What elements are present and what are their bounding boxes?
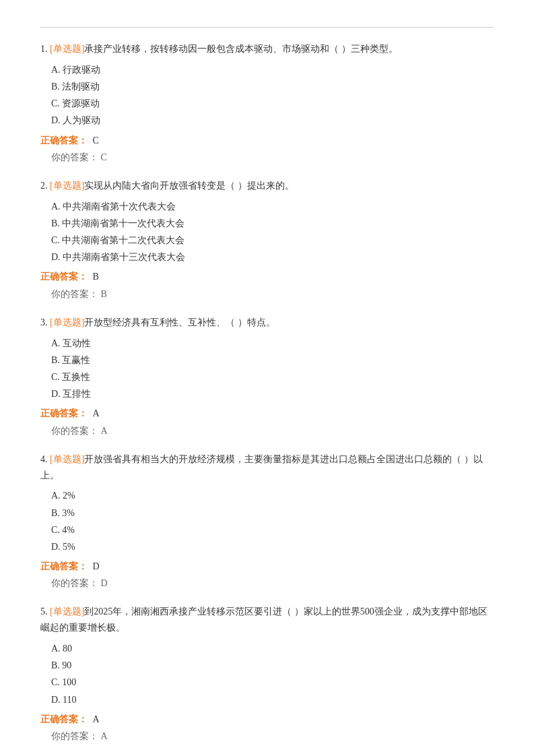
option-1-A: A. 行政驱动 [51,61,494,78]
question-body-2: 实现从内陆大省向开放强省转变是（ ）提出来的。 [84,181,294,191]
option-2-A: A. 中共湖南省第十次代表大会 [51,198,494,215]
option-4-D: D. 5% [51,538,494,555]
option-4-C: C. 4% [51,522,494,538]
question-block-4: 4. [单选题]开放强省具有相当大的开放经济规模，主要衡量指标是其进出口总额占全… [40,451,494,592]
question-block-1: 1. [单选题]承接产业转移，按转移动因一般包含成本驱动、市场驱动和（ ）三种类… [40,41,494,166]
option-3-D: D. 互排性 [51,385,494,402]
question-body-4: 开放强省具有相当大的开放经济规模，主要衡量指标是其进出口总额占全国进出口总额的（… [40,454,483,480]
questions-container: 1. [单选题]承接产业转移，按转移动因一般包含成本驱动、市场驱动和（ ）三种类… [40,41,494,756]
your-answer-3: 你的答案： A [51,422,494,439]
option-3-B: B. 互赢性 [51,352,494,369]
question-block-3: 3. [单选题]开放型经济具有互利性、互补性、（ ）特点。A. 互动性B. 互赢… [40,315,494,439]
correct-value-2: B [90,272,99,282]
correct-value-3: A [90,408,100,418]
question-number-3: 3. [40,317,50,327]
option-1-C: C. 资源驱动 [51,95,494,112]
question-tag-2: [单选题] [50,181,84,191]
option-5-D: D. 110 [51,691,494,708]
your-answer-4: 你的答案： D [51,575,494,592]
correct-label-1: 正确答案： [40,135,88,146]
option-1-B: B. 法制驱动 [51,78,494,95]
your-answer-2: 你的答案： B [51,286,494,303]
question-text-2: 2. [单选题]实现从内陆大省向开放强省转变是（ ）提出来的。 [40,178,494,194]
option-5-A: A. 80 [51,640,494,657]
question-block-2: 2. [单选题]实现从内陆大省向开放强省转变是（ ）提出来的。A. 中共湖南省第… [40,178,494,303]
option-2-B: B. 中共湖南省第十一次代表大会 [51,215,494,232]
option-3-A: A. 互动性 [51,335,494,352]
option-2-D: D. 中共湖南省第十三次代表大会 [51,249,494,265]
correct-value-5: A [90,714,100,724]
question-number-4: 4. [40,454,50,464]
option-1-D: D. 人为驱动 [51,112,494,129]
question-text-4: 4. [单选题]开放强省具有相当大的开放经济规模，主要衡量指标是其进出口总额占全… [40,451,494,484]
your-answer-5: 你的答案： A [51,728,494,745]
correct-answer-2: 正确答案： B [40,268,494,285]
question-tag-1: [单选题] [50,44,84,54]
question-body-1: 承接产业转移，按转移动因一般包含成本驱动、市场驱动和（ ）三种类型。 [84,44,398,54]
option-5-C: C. 100 [51,674,494,691]
question-text-3: 3. [单选题]开放型经济具有互利性、互补性、（ ）特点。 [40,315,494,331]
correct-answer-5: 正确答案： A [40,711,494,728]
question-block-5: 5. [单选题]到2025年，湘南湘西承接产业转移示范区要引进（ ）家以上的世界… [40,604,494,745]
question-number-2: 2. [40,181,50,191]
question-tag-5: [单选题] [50,606,84,617]
correct-answer-4: 正确答案： D [40,558,494,575]
option-2-C: C. 中共湖南省第十二次代表大会 [51,232,494,249]
correct-value-4: D [90,561,100,571]
correct-value-1: C [90,135,99,146]
question-text-1: 1. [单选题]承接产业转移，按转移动因一般包含成本驱动、市场驱动和（ ）三种类… [40,41,494,57]
your-answer-1: 你的答案： C [51,149,494,166]
option-4-B: B. 3% [51,505,494,522]
question-tag-4: [单选题] [50,454,84,464]
correct-label-3: 正确答案： [40,408,88,418]
question-text-5: 5. [单选题]到2025年，湘南湘西承接产业转移示范区要引进（ ）家以上的世界… [40,604,494,636]
question-tag-3: [单选题] [50,317,84,327]
question-body-5: 到2025年，湘南湘西承接产业转移示范区要引进（ ）家以上的世界500强企业，成… [40,606,488,633]
correct-label-2: 正确答案： [40,272,88,282]
option-3-C: C. 互换性 [51,369,494,385]
correct-label-4: 正确答案： [40,561,88,571]
correct-label-5: 正确答案： [40,714,88,724]
correct-answer-3: 正确答案： A [40,405,494,422]
option-4-A: A. 2% [51,487,494,504]
top-divider [40,27,494,28]
question-number-5: 5. [40,606,50,617]
correct-answer-1: 正确答案： C [40,132,494,149]
option-5-B: B. 90 [51,657,494,674]
question-body-3: 开放型经济具有互利性、互补性、（ ）特点。 [84,317,275,327]
question-number-1: 1. [40,44,50,54]
